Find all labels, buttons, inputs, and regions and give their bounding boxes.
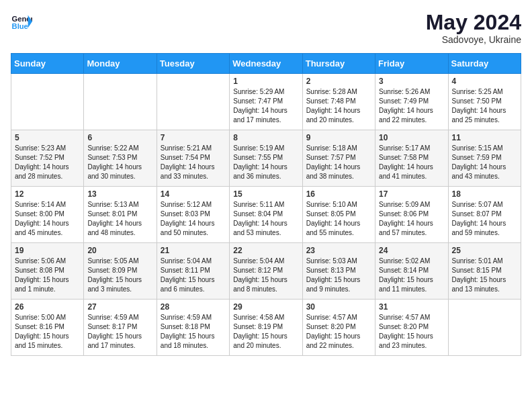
day-info: Sunrise: 5:26 AM Sunset: 7:49 PM Dayligh…	[379, 87, 444, 125]
day-number: 19	[15, 246, 80, 255]
day-number: 31	[379, 302, 444, 312]
day-info: Sunrise: 5:21 AM Sunset: 7:54 PM Dayligh…	[161, 144, 226, 181]
day-info: Sunrise: 5:13 AM Sunset: 8:01 PM Dayligh…	[87, 200, 152, 238]
title-block: May 2024 Sadovoye, Ukraine	[426, 11, 521, 45]
day-number: 5	[15, 133, 80, 142]
calendar-day-cell	[448, 300, 521, 356]
calendar-day-cell: 2Sunrise: 5:28 AM Sunset: 7:48 PM Daylig…	[302, 74, 375, 130]
weekday-header-cell: Tuesday	[157, 54, 229, 74]
weekday-header-cell: Wednesday	[230, 54, 302, 74]
weekday-header-cell: Saturday	[448, 54, 521, 74]
day-number: 29	[233, 302, 298, 312]
calendar-week-row: 5Sunrise: 5:23 AM Sunset: 7:52 PM Daylig…	[11, 130, 521, 187]
day-number: 13	[87, 189, 152, 199]
day-number: 28	[161, 302, 226, 312]
calendar-day-cell: 4Sunrise: 5:25 AM Sunset: 7:50 PM Daylig…	[448, 74, 521, 130]
calendar-day-cell: 3Sunrise: 5:26 AM Sunset: 7:49 PM Daylig…	[375, 74, 448, 130]
day-number: 18	[452, 189, 517, 199]
day-number: 8	[233, 133, 298, 142]
day-number: 26	[15, 302, 80, 312]
calendar-day-cell: 21Sunrise: 5:04 AM Sunset: 8:11 PM Dayli…	[157, 243, 229, 300]
day-info: Sunrise: 5:17 AM Sunset: 7:58 PM Dayligh…	[379, 144, 444, 181]
location-subtitle: Sadovoye, Ukraine	[426, 34, 521, 45]
day-number: 3	[379, 77, 444, 86]
calendar-day-cell: 8Sunrise: 5:19 AM Sunset: 7:55 PM Daylig…	[230, 130, 302, 187]
calendar-day-cell: 26Sunrise: 5:00 AM Sunset: 8:16 PM Dayli…	[11, 300, 84, 356]
day-number: 27	[87, 302, 152, 312]
month-title: May 2024	[426, 11, 521, 34]
calendar-day-cell	[157, 74, 229, 130]
logo-icon: General Blue	[11, 11, 32, 32]
day-number: 24	[379, 246, 444, 255]
day-number: 7	[161, 133, 226, 142]
calendar-day-cell: 9Sunrise: 5:18 AM Sunset: 7:57 PM Daylig…	[302, 130, 375, 187]
day-info: Sunrise: 5:00 AM Sunset: 8:16 PM Dayligh…	[15, 313, 80, 351]
calendar-day-cell	[11, 74, 84, 130]
day-number: 30	[306, 302, 371, 312]
day-info: Sunrise: 5:23 AM Sunset: 7:52 PM Dayligh…	[15, 144, 80, 181]
day-info: Sunrise: 5:25 AM Sunset: 7:50 PM Dayligh…	[452, 87, 517, 125]
day-info: Sunrise: 5:02 AM Sunset: 8:14 PM Dayligh…	[379, 257, 444, 294]
day-info: Sunrise: 4:57 AM Sunset: 8:20 PM Dayligh…	[379, 313, 444, 351]
day-info: Sunrise: 4:57 AM Sunset: 8:20 PM Dayligh…	[306, 313, 371, 351]
calendar-day-cell: 30Sunrise: 4:57 AM Sunset: 8:20 PM Dayli…	[302, 300, 375, 356]
day-number: 1	[233, 77, 298, 86]
day-info: Sunrise: 5:07 AM Sunset: 8:07 PM Dayligh…	[452, 200, 517, 238]
day-info: Sunrise: 5:15 AM Sunset: 7:59 PM Dayligh…	[452, 144, 517, 181]
weekday-header-cell: Sunday	[11, 54, 84, 74]
calendar-day-cell: 12Sunrise: 5:14 AM Sunset: 8:00 PM Dayli…	[11, 187, 84, 243]
day-info: Sunrise: 5:22 AM Sunset: 7:53 PM Dayligh…	[87, 144, 152, 181]
page-header: General Blue May 2024 Sadovoye, Ukraine	[11, 11, 521, 45]
calendar-day-cell: 11Sunrise: 5:15 AM Sunset: 7:59 PM Dayli…	[448, 130, 521, 187]
day-info: Sunrise: 5:19 AM Sunset: 7:55 PM Dayligh…	[233, 144, 298, 181]
calendar-day-cell: 23Sunrise: 5:03 AM Sunset: 8:13 PM Dayli…	[302, 243, 375, 300]
day-number: 16	[306, 189, 371, 199]
day-info: Sunrise: 5:29 AM Sunset: 7:47 PM Dayligh…	[233, 87, 298, 125]
day-info: Sunrise: 5:11 AM Sunset: 8:04 PM Dayligh…	[233, 200, 298, 238]
day-info: Sunrise: 5:28 AM Sunset: 7:48 PM Dayligh…	[306, 87, 371, 125]
calendar-day-cell: 22Sunrise: 5:04 AM Sunset: 8:12 PM Dayli…	[230, 243, 302, 300]
day-info: Sunrise: 5:18 AM Sunset: 7:57 PM Dayligh…	[306, 144, 371, 181]
day-number: 20	[87, 246, 152, 255]
day-info: Sunrise: 5:05 AM Sunset: 8:09 PM Dayligh…	[87, 257, 152, 294]
calendar-day-cell: 18Sunrise: 5:07 AM Sunset: 8:07 PM Dayli…	[448, 187, 521, 243]
day-number: 21	[161, 246, 226, 255]
calendar-week-row: 12Sunrise: 5:14 AM Sunset: 8:00 PM Dayli…	[11, 187, 521, 243]
day-info: Sunrise: 5:09 AM Sunset: 8:06 PM Dayligh…	[379, 200, 444, 238]
logo: General Blue	[11, 11, 32, 32]
calendar-week-row: 19Sunrise: 5:06 AM Sunset: 8:08 PM Dayli…	[11, 243, 521, 300]
calendar-day-cell	[84, 74, 157, 130]
weekday-header-cell: Monday	[84, 54, 157, 74]
day-number: 25	[452, 246, 517, 255]
day-info: Sunrise: 5:06 AM Sunset: 8:08 PM Dayligh…	[15, 257, 80, 294]
calendar-day-cell: 20Sunrise: 5:05 AM Sunset: 8:09 PM Dayli…	[84, 243, 157, 300]
day-number: 15	[233, 189, 298, 199]
day-number: 4	[452, 77, 517, 86]
day-info: Sunrise: 5:14 AM Sunset: 8:00 PM Dayligh…	[15, 200, 80, 238]
day-info: Sunrise: 4:59 AM Sunset: 8:17 PM Dayligh…	[87, 313, 152, 351]
day-info: Sunrise: 4:59 AM Sunset: 8:18 PM Dayligh…	[161, 313, 226, 351]
day-number: 12	[15, 189, 80, 199]
weekday-header-row: SundayMondayTuesdayWednesdayThursdayFrid…	[11, 54, 521, 74]
day-number: 17	[379, 189, 444, 199]
svg-text:Blue: Blue	[12, 22, 28, 30]
calendar-week-row: 1Sunrise: 5:29 AM Sunset: 7:47 PM Daylig…	[11, 74, 521, 130]
calendar-body: 1Sunrise: 5:29 AM Sunset: 7:47 PM Daylig…	[11, 74, 521, 356]
calendar-day-cell: 16Sunrise: 5:10 AM Sunset: 8:05 PM Dayli…	[302, 187, 375, 243]
calendar-day-cell: 5Sunrise: 5:23 AM Sunset: 7:52 PM Daylig…	[11, 130, 84, 187]
day-number: 10	[379, 133, 444, 142]
calendar-day-cell: 7Sunrise: 5:21 AM Sunset: 7:54 PM Daylig…	[157, 130, 229, 187]
calendar-day-cell: 17Sunrise: 5:09 AM Sunset: 8:06 PM Dayli…	[375, 187, 448, 243]
day-number: 22	[233, 246, 298, 255]
calendar-day-cell: 13Sunrise: 5:13 AM Sunset: 8:01 PM Dayli…	[84, 187, 157, 243]
calendar-day-cell: 6Sunrise: 5:22 AM Sunset: 7:53 PM Daylig…	[84, 130, 157, 187]
calendar-day-cell: 29Sunrise: 4:58 AM Sunset: 8:19 PM Dayli…	[230, 300, 302, 356]
day-info: Sunrise: 5:10 AM Sunset: 8:05 PM Dayligh…	[306, 200, 371, 238]
calendar-day-cell: 25Sunrise: 5:01 AM Sunset: 8:15 PM Dayli…	[448, 243, 521, 300]
calendar-table: SundayMondayTuesdayWednesdayThursdayFrid…	[11, 53, 521, 356]
day-number: 23	[306, 246, 371, 255]
calendar-day-cell: 1Sunrise: 5:29 AM Sunset: 7:47 PM Daylig…	[230, 74, 302, 130]
day-info: Sunrise: 5:12 AM Sunset: 8:03 PM Dayligh…	[161, 200, 226, 238]
day-info: Sunrise: 5:04 AM Sunset: 8:12 PM Dayligh…	[233, 257, 298, 294]
day-info: Sunrise: 4:58 AM Sunset: 8:19 PM Dayligh…	[233, 313, 298, 351]
